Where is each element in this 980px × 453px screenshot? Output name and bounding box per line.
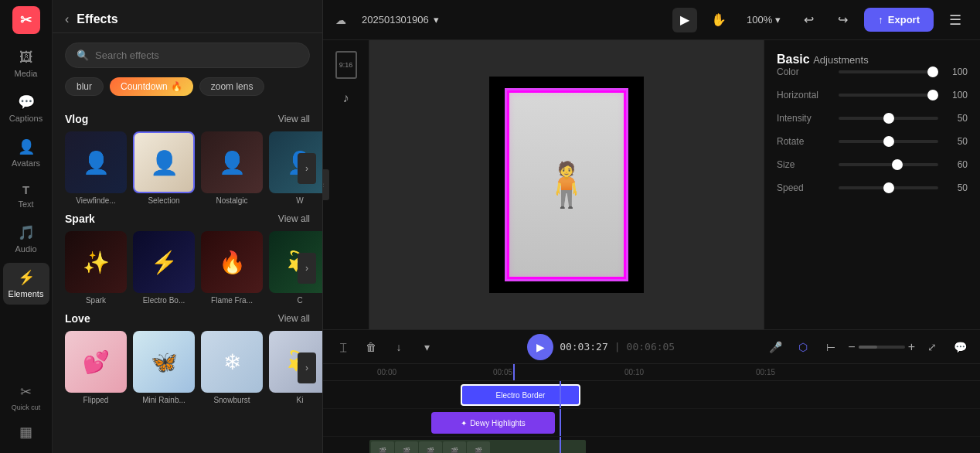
effect-snowburst[interactable]: ❄ Snowburst bbox=[201, 331, 263, 404]
intensity-slider-row: Intensity 50 bbox=[777, 113, 968, 124]
spark-title: Spark bbox=[65, 213, 95, 225]
effect-label: Snowburst bbox=[201, 396, 263, 404]
sidebar-item-captions[interactable]: 💬 Captions bbox=[3, 87, 49, 129]
panel-collapse-handle[interactable]: ‹ bbox=[323, 169, 329, 200]
split-button[interactable]: ⌶ bbox=[332, 336, 354, 358]
vlog-view-all[interactable]: View all bbox=[278, 114, 310, 124]
select-tool-button[interactable]: ▶ bbox=[672, 8, 697, 32]
sidebar-item-avatars[interactable]: 👤 Avatars bbox=[3, 132, 49, 174]
effect-minirainbow[interactable]: 🦋 Mini Rainb... bbox=[133, 331, 195, 404]
media-icon: 🖼 bbox=[19, 49, 33, 66]
sidebar-item-text[interactable]: T Text bbox=[3, 177, 49, 215]
tl-more-button[interactable]: ▾ bbox=[416, 336, 437, 358]
clip-video[interactable]: 🎬 🎬 🎬 🎬 🎬 bbox=[369, 440, 586, 453]
cloud-icon: ☁ bbox=[335, 14, 346, 26]
effect-flame[interactable]: 🔥 Flame Fra... bbox=[201, 231, 263, 305]
playhead-track2 bbox=[560, 409, 561, 436]
effect-label: Nostalgic bbox=[201, 196, 263, 205]
filter-countdown[interactable]: Countdown 🔥 bbox=[110, 77, 193, 96]
effect-selection[interactable]: 👤 Selection bbox=[133, 131, 195, 205]
sidebar-item-label: Text bbox=[18, 199, 33, 209]
aspect-ratio-button[interactable]: 9:16 bbox=[328, 46, 364, 83]
sidebar-item-elements[interactable]: ⚡ Elements bbox=[3, 263, 49, 305]
fire-icon: 🔥 bbox=[171, 81, 182, 92]
spark-next-arrow[interactable]: › bbox=[298, 253, 316, 284]
project-name-button[interactable]: 202501301906 ▾ bbox=[356, 11, 445, 29]
timeline: ⌶ 🗑 ↓ ▾ ▶ 00:03:27 | 00:06:05 🎤 ⬡ ⊢ − + … bbox=[323, 329, 980, 453]
spark-view-all[interactable]: View all bbox=[278, 213, 310, 224]
vlog-next-arrow[interactable]: › bbox=[298, 153, 316, 184]
undo-button[interactable]: ↩ bbox=[796, 8, 821, 32]
sidebar-item-audio[interactable]: 🎵 Audio bbox=[3, 218, 49, 260]
effect-label: Viewfinde... bbox=[65, 196, 127, 205]
horizontal-slider[interactable] bbox=[839, 94, 938, 97]
right-panel: Basic Adjustments Color 100 Horizontal 1… bbox=[764, 40, 980, 329]
frame-thumb: 🎬 bbox=[467, 441, 490, 453]
filter-zoom-lens[interactable]: zoom lens bbox=[199, 77, 265, 96]
sidebar-item-label: Quick cut bbox=[12, 404, 41, 411]
effect-flipped[interactable]: 💕 Flipped bbox=[65, 331, 127, 404]
captions2-icon: ▦ bbox=[19, 424, 32, 441]
delete-button[interactable]: 🗑 bbox=[360, 336, 382, 358]
preview-area: 9:16 ♪ 🧍 bbox=[323, 40, 764, 329]
effect-nostalgic[interactable]: 👤 Nostalgic bbox=[201, 131, 263, 205]
track-video: 🎬 🎬 🎬 🎬 🎬 bbox=[323, 437, 980, 453]
speed-label: Speed bbox=[777, 182, 831, 193]
spark-section-header: Spark View all bbox=[65, 205, 310, 231]
effect-label: W bbox=[269, 196, 322, 205]
time-separator: | bbox=[614, 341, 621, 353]
zoom-slider-track bbox=[859, 346, 905, 349]
intensity-slider[interactable] bbox=[839, 117, 938, 120]
effects-panel: ‹ Effects 🔍 blur Countdown 🔥 zoom lens V… bbox=[53, 0, 323, 453]
mic-button[interactable]: 🎤 bbox=[764, 336, 786, 358]
effect-spark[interactable]: ✨ Spark bbox=[65, 231, 127, 305]
app-logo: ✂ bbox=[12, 6, 40, 34]
back-button[interactable]: ‹ bbox=[65, 12, 69, 26]
hand-tool-button[interactable]: ✋ bbox=[706, 8, 731, 32]
zoom-controls: − + bbox=[848, 340, 915, 354]
zoom-button[interactable]: 100% ▾ bbox=[740, 11, 787, 29]
play-button[interactable]: ▶ bbox=[527, 334, 553, 360]
effect-viewfinder[interactable]: 👤 Viewfinde... bbox=[65, 131, 127, 205]
zoom-out-button[interactable]: − bbox=[848, 340, 855, 354]
speed-slider[interactable] bbox=[839, 186, 938, 189]
sidebar-item-quickcut[interactable]: ✂ Quick cut bbox=[3, 377, 49, 417]
sidebar-item-captions2[interactable]: ▦ bbox=[3, 417, 49, 447]
size-label: Size bbox=[777, 159, 831, 170]
size-slider[interactable] bbox=[839, 163, 938, 166]
captions-icon: 💬 bbox=[18, 94, 35, 111]
time-current: 00:03:27 bbox=[560, 341, 608, 353]
tiktok-button[interactable]: ♪ bbox=[328, 87, 364, 110]
export-button[interactable]: ↑ Export bbox=[864, 8, 934, 32]
zoom-dropdown-icon: ▾ bbox=[775, 14, 781, 26]
filter-tags: blur Countdown 🔥 zoom lens bbox=[53, 77, 322, 105]
track-dewy: ✦ Dewy Highlights bbox=[323, 409, 980, 437]
ai-button[interactable]: ⬡ bbox=[792, 336, 814, 358]
color-slider[interactable] bbox=[839, 70, 938, 73]
redo-button[interactable]: ↪ bbox=[830, 8, 855, 32]
love-view-all[interactable]: View all bbox=[278, 313, 310, 324]
rotate-slider[interactable] bbox=[839, 140, 938, 143]
search-input[interactable] bbox=[95, 49, 298, 61]
align-button[interactable]: ⊢ bbox=[820, 336, 842, 358]
zoom-in-button[interactable]: + bbox=[908, 340, 915, 354]
effect-label: C bbox=[269, 296, 322, 305]
sidebar-item-media[interactable]: 🖼 Media bbox=[3, 43, 49, 84]
neon-border-effect bbox=[507, 90, 626, 279]
spark-grid: ✨ Spark ⚡ Electro Bo... 🔥 Flame Fra... 💫 bbox=[65, 231, 310, 305]
effect-electro[interactable]: ⚡ Electro Bo... bbox=[133, 231, 195, 305]
caption-button[interactable]: 💬 bbox=[949, 336, 971, 358]
clip-electro-border[interactable]: Electro Border bbox=[461, 384, 580, 406]
audio-icon: 🎵 bbox=[18, 224, 35, 241]
vlog-section-header: Vlog View all bbox=[65, 105, 310, 131]
clip-dewy-highlights[interactable]: ✦ Dewy Highlights bbox=[431, 412, 555, 434]
fullscreen-button[interactable]: ⤢ bbox=[921, 336, 943, 358]
menu-button[interactable]: ☰ bbox=[943, 8, 968, 32]
track-content-video: 🎬 🎬 🎬 🎬 🎬 bbox=[369, 437, 980, 453]
time-total: 00:06:05 bbox=[627, 341, 675, 353]
export-tl-button[interactable]: ↓ bbox=[388, 336, 410, 358]
filter-blur[interactable]: blur bbox=[65, 77, 104, 96]
zoom-level: 100% bbox=[747, 14, 772, 26]
love-next-arrow[interactable]: › bbox=[298, 353, 316, 383]
timeline-toolbar: ⌶ 🗑 ↓ ▾ ▶ 00:03:27 | 00:06:05 🎤 ⬡ ⊢ − + … bbox=[323, 330, 980, 364]
